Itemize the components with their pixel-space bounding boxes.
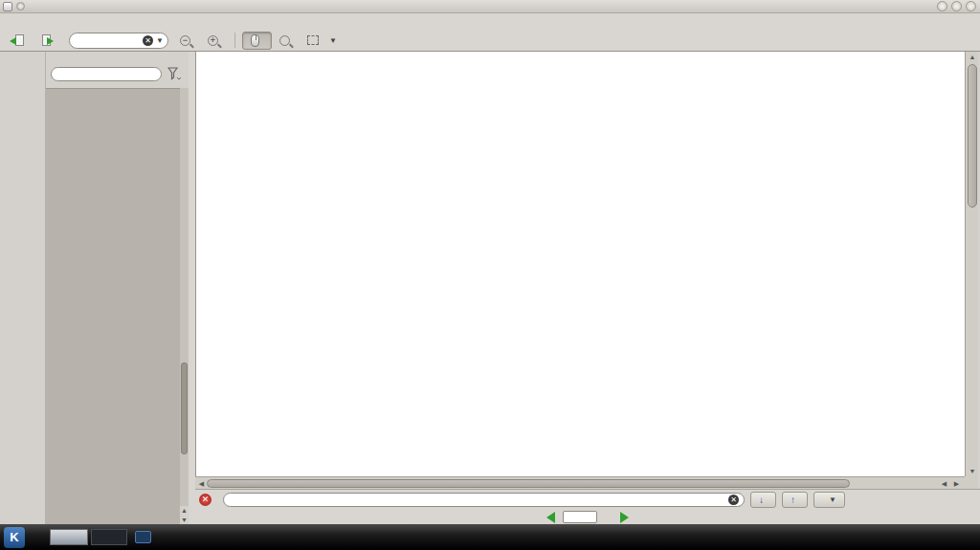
next-page-button[interactable] bbox=[34, 32, 63, 50]
kde-menu-button[interactable]: K bbox=[4, 527, 25, 548]
find-options-button[interactable]: ▼ bbox=[813, 492, 845, 508]
scrollbar-thumb[interactable] bbox=[207, 479, 850, 488]
previous-page-arrow-icon[interactable] bbox=[546, 512, 555, 523]
toolbar: ✕ ▼ − + ▼ bbox=[0, 30, 980, 51]
find-bar: ✕ ✕ ↓ ↑ ▼ bbox=[195, 489, 980, 509]
close-button[interactable] bbox=[966, 1, 976, 11]
horizontal-scrollbar[interactable]: ◀ ◀ ▶ bbox=[195, 476, 965, 489]
thumbnail-search-input[interactable] bbox=[51, 67, 162, 81]
thumbnail-scrollbar[interactable] bbox=[180, 88, 189, 506]
arrow-up-icon: ↑ bbox=[791, 495, 795, 505]
clear-icon[interactable]: ✕ bbox=[143, 35, 153, 46]
zoom-in-icon: + bbox=[208, 35, 218, 46]
thumbnail-list[interactable] bbox=[46, 88, 180, 525]
zoom-out-icon: − bbox=[180, 35, 190, 46]
thumbnails-panel: ▲ ▼ bbox=[46, 52, 189, 525]
previous-page-button[interactable] bbox=[4, 32, 33, 50]
chevron-down-icon[interactable]: ▼ bbox=[329, 36, 337, 45]
window-menu-icon[interactable] bbox=[16, 2, 25, 11]
document-viewer[interactable] bbox=[195, 52, 965, 476]
previous-page-icon bbox=[10, 33, 23, 47]
chevron-down-icon[interactable]: ▼ bbox=[156, 36, 164, 45]
selection-icon bbox=[307, 35, 319, 45]
next-page-icon bbox=[40, 33, 54, 47]
chevron-down-icon: ▼ bbox=[829, 495, 836, 504]
mouse-icon bbox=[251, 34, 259, 47]
document-page[interactable] bbox=[196, 52, 966, 476]
clear-icon[interactable]: ✕ bbox=[728, 495, 739, 505]
window-titlebar[interactable] bbox=[0, 0, 980, 13]
taskbar: K bbox=[0, 524, 980, 550]
scrollbar-thumb[interactable] bbox=[968, 64, 977, 208]
show-desktop-icon[interactable] bbox=[135, 531, 151, 543]
find-next-button[interactable]: ↓ bbox=[750, 492, 776, 508]
filter-icon[interactable] bbox=[167, 67, 181, 81]
scroll-up-icon[interactable]: ▲ bbox=[180, 506, 189, 516]
magnifier-icon bbox=[279, 35, 290, 46]
desktop-2[interactable] bbox=[91, 529, 127, 545]
schematic-svg bbox=[196, 52, 966, 476]
menubar bbox=[0, 13, 980, 30]
main-area: ▲ ▼ ▲ ▼ ◀ ◀ ▶ ✕ ✕ ↓ bbox=[0, 51, 980, 524]
vertical-scrollbar[interactable]: ▲ ▼ bbox=[965, 52, 978, 476]
close-find-icon[interactable]: ✕ bbox=[199, 494, 212, 506]
zoom-in-button[interactable]: + bbox=[202, 32, 228, 50]
browse-tool-button[interactable] bbox=[242, 32, 272, 50]
zoom-combobox[interactable]: ✕ ▼ bbox=[69, 33, 168, 49]
toolbar-separator bbox=[234, 33, 235, 48]
app-icon bbox=[3, 2, 12, 11]
maximize-button[interactable] bbox=[951, 1, 962, 11]
current-page-input[interactable] bbox=[563, 511, 597, 523]
find-previous-button[interactable]: ↑ bbox=[782, 492, 808, 508]
find-input[interactable]: ✕ bbox=[223, 493, 745, 507]
next-page-arrow-icon[interactable] bbox=[620, 512, 629, 523]
arrow-down-icon: ↓ bbox=[759, 495, 764, 505]
scrollbar-thumb[interactable] bbox=[181, 363, 188, 454]
zoom-out-button[interactable]: − bbox=[174, 32, 200, 50]
scroll-down-icon[interactable]: ▼ bbox=[966, 466, 979, 476]
scroll-up-icon[interactable]: ▲ bbox=[966, 52, 979, 62]
sidebar-toolstrip bbox=[0, 52, 46, 525]
selection-tool-button[interactable]: ▼ bbox=[301, 32, 343, 50]
desktop: ✕ ▼ − + ▼ bbox=[0, 0, 980, 550]
minimize-button[interactable] bbox=[937, 1, 947, 11]
desktop-pager[interactable] bbox=[50, 529, 127, 545]
page-navigation bbox=[195, 509, 980, 525]
zoom-tool-button[interactable] bbox=[274, 32, 300, 50]
desktop-1[interactable] bbox=[50, 529, 88, 545]
